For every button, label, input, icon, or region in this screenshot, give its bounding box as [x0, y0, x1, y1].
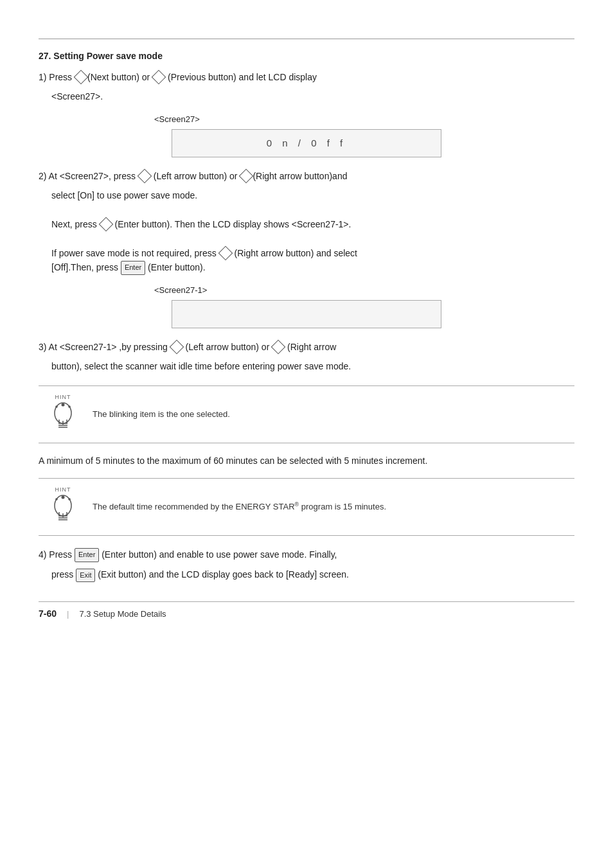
screen27-1-box [172, 300, 441, 328]
screen27-1-container: <Screen27-1> [39, 284, 574, 328]
hint2-icon-container: HINT [45, 486, 81, 527]
step3: 3) At <Screen27-1> ,by pressing (Left ar… [39, 340, 574, 374]
step2-line5-mid: (Enter button). [148, 262, 206, 272]
screen27-content: 0 n / 0 f f [267, 136, 346, 151]
hint2-box: HINT The default time recommended by the… [39, 478, 574, 536]
step2-line4: If power save mode is not required, pres… [51, 246, 574, 260]
hint1-box: HINT The blinking item is the one select… [39, 385, 574, 443]
footer-divider: | [67, 609, 69, 619]
step1-text2: (Previous button) and let LCD display [168, 72, 317, 82]
screen27-label: <Screen27> [154, 113, 200, 127]
hint2-bulb-icon [49, 494, 77, 527]
step3-mid: (Left arrow button) or [186, 342, 270, 352]
step1-text3: <Screen27>. [51, 91, 103, 102]
footer-bar: 7-60 | 7.3 Setup Mode Details [39, 601, 574, 619]
step2-line5: [Off].Then, press Enter (Enter button). [51, 260, 574, 275]
top-border [39, 39, 574, 39]
step1-text1: (Next button) or [87, 72, 150, 82]
svg-point-9 [68, 405, 71, 408]
right-arrow2-icon [218, 246, 233, 261]
hint1-label: HINT [55, 394, 71, 400]
hint2-label: HINT [55, 486, 71, 493]
step2-line2: select [On] to use power save mode. [51, 190, 197, 200]
step2-line4-pre: If power save mode is not required, pres… [51, 248, 217, 258]
hint1-icon-container: HINT [45, 394, 81, 435]
step2-line3: Next, press (Enter button). Then the LCD… [51, 217, 574, 231]
svg-point-18 [55, 498, 58, 500]
hint1-text: The blinking item is the one selected. [93, 408, 230, 421]
next-button-icon [74, 70, 89, 85]
step3-line2: button), select the scanner wait idle ti… [51, 359, 574, 373]
right-arrow3-icon [271, 340, 286, 355]
step1: 1) Press (Next button) or (Previous butt… [39, 70, 574, 157]
step2-line5-pre: [Off].Then, press [51, 262, 118, 272]
step4-line1: 4) Press Enter (Enter button) and enable… [39, 547, 574, 562]
hint2-text-pre: The default time recommended by the ENER… [93, 502, 295, 511]
section-title: 27. Setting Power save mode [39, 51, 574, 61]
step2-post: (Right arrow button)and [253, 171, 347, 181]
enter-btn-icon: Enter [121, 261, 145, 275]
step4-label: 4) Press [39, 549, 72, 560]
step2-indent: select [On] to use power save mode. [51, 188, 574, 202]
step3-post: (Right arrow [287, 342, 336, 352]
svg-point-17 [62, 495, 65, 499]
step4-text2-post: (Exit button) and the LCD display goes b… [98, 569, 349, 580]
hint1-bulb-icon [49, 402, 77, 435]
step2-pre: 2) At <Screen27>, press [39, 171, 136, 181]
step2-mid: (Left arrow button) or [154, 171, 238, 181]
screen27-container: <Screen27> 0 n / 0 f f [39, 113, 574, 157]
svg-point-8 [55, 405, 58, 408]
step1-label: 1) Press [39, 72, 72, 82]
footer-text: 7.3 Setup Mode Details [79, 609, 166, 619]
screen27-1-label: <Screen27-1> [154, 284, 207, 297]
step4-line2: press Exit (Exit button) and the LCD dis… [51, 567, 574, 582]
step4-text2-pre: press [51, 569, 73, 580]
step4-enter-btn: Enter [75, 548, 99, 562]
page: 27. Setting Power save mode 1) Press (Ne… [0, 0, 613, 868]
para1: A minimum of 5 minutes to the maximum of… [39, 454, 574, 468]
step2-line3-post: (Enter button). Then the LCD display sho… [115, 219, 351, 229]
step2: 2) At <Screen27>, press (Left arrow butt… [39, 169, 574, 328]
step2-line4-post: (Right arrow button) and select [235, 248, 357, 258]
prev-button-icon [152, 70, 166, 85]
screen27-box: 0 n / 0 f f [172, 129, 441, 157]
step2-line1: 2) At <Screen27>, press (Left arrow butt… [39, 169, 574, 183]
step2-line3-pre: Next, press [51, 219, 97, 229]
step1-indent: <Screen27>. [51, 89, 574, 103]
svg-point-19 [68, 498, 71, 500]
step3-pre: 3) At <Screen27-1> ,by pressing [39, 342, 168, 352]
left-arrow3-icon [169, 340, 184, 355]
step3-line1: 3) At <Screen27-1> ,by pressing (Left ar… [39, 340, 574, 354]
hint2-text: The default time recommended by the ENER… [93, 500, 386, 513]
step4-text1: (Enter button) and enable to use power s… [102, 549, 337, 560]
hint2-text-post: program is 15 minutes. [299, 502, 386, 511]
svg-point-7 [62, 403, 65, 406]
step4-exit-btn: Exit [76, 569, 95, 583]
step1-text: 1) Press (Next button) or (Previous butt… [39, 70, 574, 84]
enter-diamond-icon [98, 217, 113, 232]
left-arrow-icon [138, 169, 152, 184]
step3-line2-text: button), select the scanner wait idle ti… [51, 361, 351, 371]
step4: 4) Press Enter (Enter button) and enable… [39, 547, 574, 582]
footer-page: 7-60 [39, 608, 57, 619]
right-arrow-icon [239, 169, 254, 184]
